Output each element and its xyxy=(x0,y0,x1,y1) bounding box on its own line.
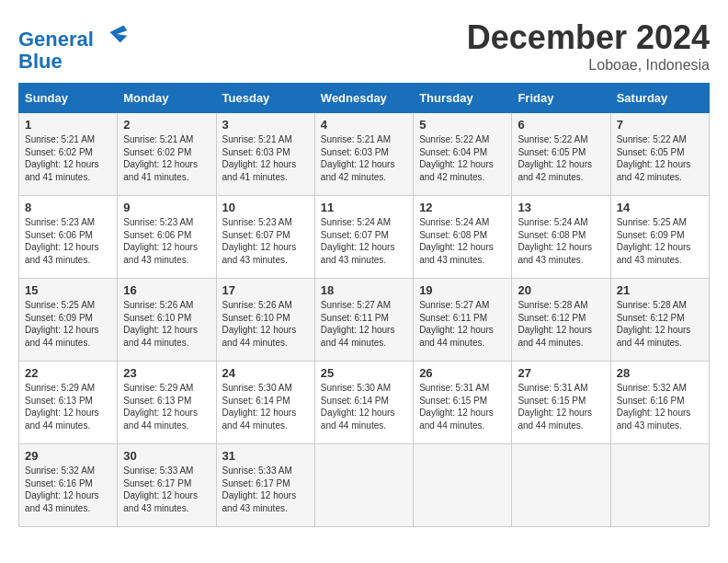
day-number: 1 xyxy=(25,118,111,132)
header-sunday: Sunday xyxy=(19,84,118,113)
calendar-header-row: SundayMondayTuesdayWednesdayThursdayFrid… xyxy=(19,84,710,113)
day-number: 3 xyxy=(222,118,309,132)
day-number: 26 xyxy=(419,366,506,380)
day-info: Sunrise: 5:33 AMSunset: 6:17 PMDaylight:… xyxy=(123,465,210,514)
day-info: Sunrise: 5:22 AMSunset: 6:05 PMDaylight:… xyxy=(518,133,604,183)
day-number: 11 xyxy=(321,201,407,214)
logo-bird-icon xyxy=(103,18,131,46)
calendar-day-cell: 1Sunrise: 5:21 AMSunset: 6:02 PMDaylight… xyxy=(19,113,118,196)
day-number: 20 xyxy=(518,283,604,297)
calendar-day-cell: 24Sunrise: 5:30 AMSunset: 6:14 PMDayligh… xyxy=(216,362,314,444)
calendar-day-cell: 2Sunrise: 5:21 AMSunset: 6:02 PMDaylight… xyxy=(118,113,216,196)
calendar-day-cell: 10Sunrise: 5:23 AMSunset: 6:07 PMDayligh… xyxy=(216,196,314,279)
calendar-day-cell: 21Sunrise: 5:28 AMSunset: 6:12 PMDayligh… xyxy=(610,279,709,362)
calendar-table: SundayMondayTuesdayWednesdayThursdayFrid… xyxy=(18,83,710,527)
day-info: Sunrise: 5:24 AMSunset: 6:08 PMDaylight:… xyxy=(419,216,506,266)
calendar-day-cell: 30Sunrise: 5:33 AMSunset: 6:17 PMDayligh… xyxy=(118,444,216,527)
calendar-week-row: 15Sunrise: 5:25 AMSunset: 6:09 PMDayligh… xyxy=(19,279,710,362)
day-info: Sunrise: 5:30 AMSunset: 6:14 PMDaylight:… xyxy=(321,382,407,431)
day-number: 21 xyxy=(617,283,703,297)
calendar-day-cell: 12Sunrise: 5:24 AMSunset: 6:08 PMDayligh… xyxy=(414,196,512,279)
day-info: Sunrise: 5:27 AMSunset: 6:11 PMDaylight:… xyxy=(419,299,506,349)
day-number: 14 xyxy=(617,201,703,214)
header-tuesday: Tuesday xyxy=(216,84,314,113)
day-info: Sunrise: 5:32 AMSunset: 6:16 PMDaylight:… xyxy=(617,382,703,431)
calendar-day-cell: 20Sunrise: 5:28 AMSunset: 6:12 PMDayligh… xyxy=(512,279,610,362)
day-info: Sunrise: 5:26 AMSunset: 6:10 PMDaylight:… xyxy=(222,299,309,349)
calendar-day-cell: 3Sunrise: 5:21 AMSunset: 6:03 PMDaylight… xyxy=(216,113,314,196)
day-info: Sunrise: 5:22 AMSunset: 6:05 PMDaylight:… xyxy=(617,133,703,183)
calendar-day-cell: 11Sunrise: 5:24 AMSunset: 6:07 PMDayligh… xyxy=(314,196,413,279)
day-number: 25 xyxy=(321,366,407,380)
day-number: 24 xyxy=(222,366,309,380)
day-number: 8 xyxy=(25,201,111,214)
day-info: Sunrise: 5:23 AMSunset: 6:06 PMDaylight:… xyxy=(25,216,111,266)
calendar-day-cell: 13Sunrise: 5:24 AMSunset: 6:08 PMDayligh… xyxy=(512,196,610,279)
calendar-day-cell: 29Sunrise: 5:32 AMSunset: 6:16 PMDayligh… xyxy=(19,444,118,527)
day-info: Sunrise: 5:31 AMSunset: 6:15 PMDaylight:… xyxy=(518,382,604,431)
day-number: 18 xyxy=(321,283,407,297)
day-info: Sunrise: 5:29 AMSunset: 6:13 PMDaylight:… xyxy=(25,382,111,431)
day-number: 29 xyxy=(25,449,111,463)
page-header: General Blue December 2024 Loboae, Indon… xyxy=(18,18,710,74)
calendar-day-cell: 31Sunrise: 5:33 AMSunset: 6:17 PMDayligh… xyxy=(216,444,314,527)
day-number: 13 xyxy=(518,201,604,214)
day-info: Sunrise: 5:33 AMSunset: 6:17 PMDaylight:… xyxy=(222,465,309,514)
calendar-day-cell xyxy=(314,444,413,527)
calendar-week-row: 8Sunrise: 5:23 AMSunset: 6:06 PMDaylight… xyxy=(19,196,710,279)
calendar-day-cell: 23Sunrise: 5:29 AMSunset: 6:13 PMDayligh… xyxy=(118,362,216,444)
calendar-day-cell: 5Sunrise: 5:22 AMSunset: 6:04 PMDaylight… xyxy=(414,113,512,196)
calendar-day-cell: 4Sunrise: 5:21 AMSunset: 6:03 PMDaylight… xyxy=(314,113,413,196)
day-info: Sunrise: 5:25 AMSunset: 6:09 PMDaylight:… xyxy=(617,216,703,266)
logo-blue: Blue xyxy=(18,50,63,73)
calendar-day-cell: 8Sunrise: 5:23 AMSunset: 6:06 PMDaylight… xyxy=(19,196,118,279)
day-info: Sunrise: 5:28 AMSunset: 6:12 PMDaylight:… xyxy=(617,299,703,349)
day-number: 17 xyxy=(222,283,309,297)
calendar-day-cell: 27Sunrise: 5:31 AMSunset: 6:15 PMDayligh… xyxy=(512,362,610,444)
calendar-day-cell: 17Sunrise: 5:26 AMSunset: 6:10 PMDayligh… xyxy=(216,279,314,362)
day-info: Sunrise: 5:21 AMSunset: 6:03 PMDaylight:… xyxy=(321,133,407,183)
day-info: Sunrise: 5:32 AMSunset: 6:16 PMDaylight:… xyxy=(25,465,111,514)
calendar-day-cell: 25Sunrise: 5:30 AMSunset: 6:14 PMDayligh… xyxy=(314,362,413,444)
day-number: 2 xyxy=(123,118,210,132)
calendar-day-cell: 16Sunrise: 5:26 AMSunset: 6:10 PMDayligh… xyxy=(118,279,216,362)
day-info: Sunrise: 5:28 AMSunset: 6:12 PMDaylight:… xyxy=(518,299,604,349)
day-number: 12 xyxy=(419,201,506,214)
month-title: December 2024 xyxy=(467,18,710,57)
calendar-week-row: 1Sunrise: 5:21 AMSunset: 6:02 PMDaylight… xyxy=(19,113,710,196)
calendar-day-cell: 22Sunrise: 5:29 AMSunset: 6:13 PMDayligh… xyxy=(19,362,118,444)
day-info: Sunrise: 5:31 AMSunset: 6:15 PMDaylight:… xyxy=(419,382,506,431)
logo-general: General xyxy=(18,28,94,51)
day-number: 22 xyxy=(25,366,111,380)
day-info: Sunrise: 5:21 AMSunset: 6:02 PMDaylight:… xyxy=(25,133,111,183)
day-number: 19 xyxy=(419,283,506,297)
header-friday: Friday xyxy=(512,84,610,113)
day-info: Sunrise: 5:21 AMSunset: 6:02 PMDaylight:… xyxy=(123,133,210,183)
header-wednesday: Wednesday xyxy=(314,84,413,113)
day-number: 28 xyxy=(617,366,703,380)
calendar-day-cell: 26Sunrise: 5:31 AMSunset: 6:15 PMDayligh… xyxy=(414,362,512,444)
day-info: Sunrise: 5:24 AMSunset: 6:07 PMDaylight:… xyxy=(321,216,407,266)
calendar-day-cell: 6Sunrise: 5:22 AMSunset: 6:05 PMDaylight… xyxy=(512,113,610,196)
calendar-day-cell: 7Sunrise: 5:22 AMSunset: 6:05 PMDaylight… xyxy=(610,113,709,196)
day-number: 30 xyxy=(123,449,210,463)
day-info: Sunrise: 5:27 AMSunset: 6:11 PMDaylight:… xyxy=(321,299,407,349)
day-number: 4 xyxy=(321,118,407,132)
day-number: 9 xyxy=(123,201,210,214)
calendar-day-cell xyxy=(414,444,512,527)
calendar-day-cell: 28Sunrise: 5:32 AMSunset: 6:16 PMDayligh… xyxy=(610,362,709,444)
day-info: Sunrise: 5:29 AMSunset: 6:13 PMDaylight:… xyxy=(123,382,210,431)
calendar-week-row: 29Sunrise: 5:32 AMSunset: 6:16 PMDayligh… xyxy=(19,444,710,527)
calendar-day-cell xyxy=(610,444,709,527)
day-info: Sunrise: 5:21 AMSunset: 6:03 PMDaylight:… xyxy=(222,133,309,183)
day-number: 16 xyxy=(123,283,210,297)
header-thursday: Thursday xyxy=(414,84,512,113)
title-area: December 2024 Loboae, Indonesia xyxy=(467,18,710,74)
day-number: 23 xyxy=(123,366,210,380)
day-number: 5 xyxy=(419,118,506,132)
day-info: Sunrise: 5:23 AMSunset: 6:06 PMDaylight:… xyxy=(123,216,210,266)
svg-marker-0 xyxy=(110,26,128,43)
calendar-day-cell xyxy=(512,444,610,527)
calendar-day-cell: 14Sunrise: 5:25 AMSunset: 6:09 PMDayligh… xyxy=(610,196,709,279)
day-number: 6 xyxy=(518,118,604,132)
